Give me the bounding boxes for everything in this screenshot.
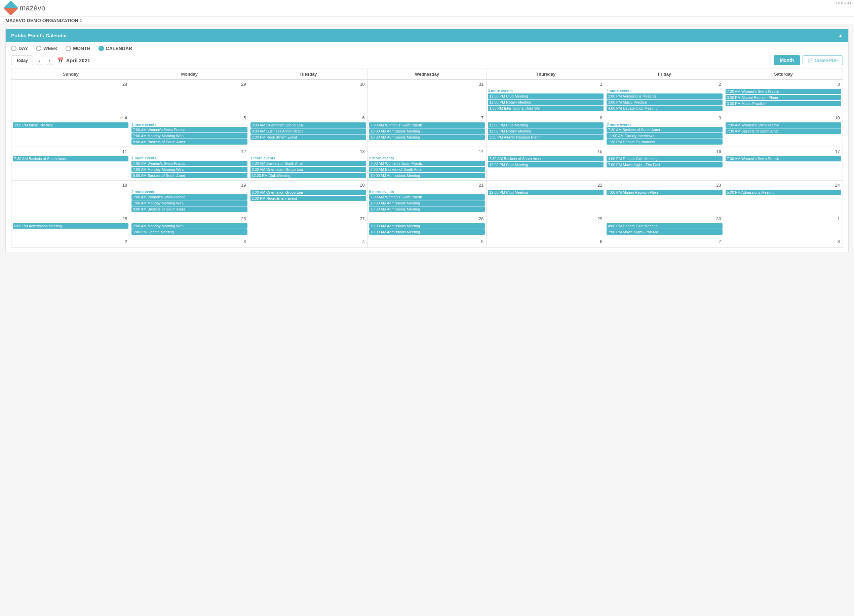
panel-header[interactable]: Public Events Calendar ▲ bbox=[6, 29, 848, 42]
event-item[interactable]: 8:00 AM Baskets of South Amer bbox=[131, 173, 247, 178]
more-events-link[interactable]: 3 more events bbox=[488, 89, 604, 93]
next-button[interactable]: › bbox=[46, 56, 53, 65]
event-item[interactable]: 10:00 AM Admissions Meeting bbox=[369, 128, 485, 134]
radio-calendar[interactable] bbox=[99, 46, 104, 51]
view-option-month[interactable]: MONTH bbox=[66, 46, 90, 51]
event-item[interactable]: 7:00 AM Women's Swim Practic bbox=[131, 194, 247, 200]
event-item[interactable]: 7:00 AM Monday Morning Wea bbox=[131, 167, 247, 172]
event-item[interactable]: 8:00 AM Baskets of South Amer bbox=[131, 206, 247, 212]
event-item[interactable]: 10:00 AM Admissions Meeting bbox=[369, 173, 485, 178]
event-item[interactable]: 7:30 AM Baskets of South Amer bbox=[488, 156, 604, 162]
day-number: 29 bbox=[488, 215, 604, 222]
prev-button[interactable]: ‹ bbox=[36, 56, 43, 65]
event-item[interactable]: 5:00 PM Admissions Meeting bbox=[726, 190, 841, 195]
event-item[interactable]: 6:00 PM Admissions Meeting bbox=[13, 223, 128, 229]
event-item[interactable]: 4:00 PM Debate Club Meeting bbox=[607, 223, 722, 229]
calendar-cell: 131 more events7:30 AM Baskets of South … bbox=[249, 147, 368, 181]
event-item[interactable]: 3:00 PM Music Practice bbox=[607, 99, 722, 105]
calendar-cell: 77:00 AM Women's Swim Practic10:00 AM Ad… bbox=[368, 113, 486, 147]
more-events-link[interactable]: 1 more events bbox=[250, 156, 366, 160]
event-item[interactable]: 12:00 PM Club Meeting bbox=[488, 190, 604, 195]
radio-week[interactable] bbox=[36, 46, 41, 51]
event-item[interactable]: 12:00 PM Club Meeting bbox=[488, 122, 604, 128]
event-item[interactable]: 3:00 PM Alumni Reunion Plann bbox=[488, 134, 604, 140]
event-item[interactable]: 7:00 PM Movie Night - The Fast bbox=[607, 162, 722, 168]
event-item[interactable]: 7:30 AM Baskets of South Amer bbox=[13, 156, 128, 162]
event-item[interactable]: 4:00 PM Debate Club Meeting bbox=[607, 156, 722, 162]
panel-content: DAY WEEK MONTH CALENDAR Today ‹ › bbox=[6, 42, 848, 252]
calendar-cell: 4 bbox=[249, 237, 368, 248]
view-option-week[interactable]: WEEK bbox=[36, 46, 58, 51]
event-item[interactable]: 3:00 PM Music Practice bbox=[726, 101, 841, 106]
event-item[interactable]: 7:30 AM Baskets of South Amer bbox=[607, 127, 722, 133]
event-item[interactable]: 7:00 AM Monday Morning Wea bbox=[131, 133, 247, 139]
event-item[interactable]: 3:00 PM Music Practice bbox=[13, 122, 128, 128]
event-item[interactable]: 7:00 AM Women's Swim Practic bbox=[369, 161, 485, 166]
event-item[interactable]: 2:00 PM Recruitment Event bbox=[250, 196, 366, 201]
event-item[interactable]: 7:00 AM Women's Swim Practic bbox=[369, 122, 485, 128]
view-option-calendar[interactable]: CALENDAR bbox=[99, 46, 133, 51]
event-item[interactable]: 7:00 AM Women's Swim Practic bbox=[726, 156, 841, 162]
day-number: 27 bbox=[250, 215, 366, 222]
event-item[interactable]: 12:00 PM Club Meeting bbox=[488, 162, 604, 168]
more-events-link[interactable]: 2 more events bbox=[131, 190, 247, 194]
event-item[interactable]: 12:00 PM Club Meeting bbox=[250, 173, 366, 178]
event-item[interactable]: 7:00 PM Movie Night - Iron Ma bbox=[607, 229, 722, 235]
event-item[interactable]: 3:00 PM Alumni Reunion Plann bbox=[726, 95, 841, 100]
event-item[interactable]: 12:00 PM Club Meeting bbox=[488, 93, 604, 99]
event-item[interactable]: 10:00 AM Admissions Meeting bbox=[369, 200, 485, 206]
event-item[interactable]: 12:00 PM Rotary Meeting bbox=[488, 128, 604, 134]
event-item[interactable]: 4:00 PM Debate Club Meeting bbox=[607, 105, 722, 111]
event-item[interactable]: 7:00 AM Monday Morning Wea bbox=[131, 223, 247, 229]
event-item[interactable]: 8:00 AM Orientation Group Lea bbox=[250, 122, 366, 128]
event-item[interactable]: 1:30 PM Debate Tournament bbox=[607, 139, 722, 145]
calendar-cell: 2 bbox=[11, 237, 130, 248]
event-item[interactable]: 7:30 AM Baskets of South Amer bbox=[726, 128, 841, 134]
more-events-link[interactable]: 6 more events bbox=[369, 190, 485, 194]
calendar-cell: 812:00 PM Club Meeting12:00 PM Rotary Me… bbox=[486, 113, 605, 147]
event-item[interactable]: 7:00 AM Women's Swim Practic bbox=[726, 122, 841, 128]
event-item[interactable]: 10:00 AM Admissions Meeting bbox=[369, 206, 485, 212]
more-events-link[interactable]: 3 more events bbox=[607, 122, 722, 127]
more-events-link[interactable]: 2 more events bbox=[369, 156, 485, 160]
event-item[interactable]: 2:00 PM Admissions Meeting bbox=[607, 93, 722, 99]
month-button[interactable]: Month bbox=[774, 55, 800, 65]
day-number: 2 bbox=[13, 238, 128, 245]
event-item[interactable]: 1:30 PM International Data We bbox=[488, 105, 604, 111]
event-item[interactable]: 10:00 AM Admissions Meeting bbox=[369, 134, 485, 140]
event-item[interactable]: 7:00 AM Women's Swim Practic bbox=[131, 127, 247, 133]
day-number: 30 bbox=[250, 81, 366, 87]
event-item[interactable]: 7:30 AM Baskets of South Amer bbox=[250, 161, 366, 166]
panel-collapse-icon: ▲ bbox=[838, 33, 843, 38]
event-item[interactable]: 10:00 AM Admissions Meeting bbox=[369, 223, 485, 229]
event-item[interactable]: 7:00 PM Alumni Reunion Plann bbox=[607, 190, 722, 195]
calendar-cell: 117:30 AM Baskets of South Amer bbox=[11, 147, 130, 181]
day-number: 6 bbox=[488, 238, 604, 245]
day-number: 15 bbox=[488, 148, 604, 155]
event-item[interactable]: 2:00 PM Recruitment Event bbox=[250, 134, 366, 140]
view-option-day[interactable]: DAY bbox=[11, 46, 28, 51]
event-item[interactable]: 9:00 AM Business Administratio bbox=[250, 128, 366, 134]
event-item[interactable]: 7:30 AM Baskets of South Amer bbox=[369, 167, 485, 172]
more-events-link[interactable]: 2 more events bbox=[131, 122, 247, 127]
view-label-week: WEEK bbox=[43, 46, 58, 51]
radio-day[interactable] bbox=[11, 46, 17, 51]
more-events-link[interactable]: 1 more events bbox=[131, 156, 247, 160]
event-item[interactable]: 8:00 AM Orientation Group Lea bbox=[250, 190, 366, 195]
pdf-button[interactable]: 📄 Create PDF bbox=[802, 55, 843, 65]
today-button[interactable]: Today bbox=[11, 55, 33, 65]
event-item[interactable]: 7:00 AM Women's Swim Practic bbox=[369, 194, 485, 200]
radio-month[interactable] bbox=[66, 46, 71, 51]
event-item[interactable]: 7:00 AM Women's Swim Practic bbox=[726, 89, 841, 94]
event-item[interactable]: 7:00 AM Monday Morning Wea bbox=[131, 200, 247, 206]
more-events-link[interactable]: 1 more events bbox=[607, 89, 722, 93]
event-item[interactable]: 8:00 AM Baskets of South Amer bbox=[131, 139, 247, 145]
calendar-cell: 13 more events12:00 PM Club Meeting12:00… bbox=[486, 80, 605, 113]
event-item[interactable]: 12:00 PM Rotary Meeting bbox=[488, 99, 604, 105]
event-item[interactable]: 8:00 AM Orientation Group Lea bbox=[250, 167, 366, 172]
calendar-cell: 2212:00 PM Club Meeting bbox=[486, 181, 605, 214]
event-item[interactable]: 7:00 AM Women's Swim Practic bbox=[131, 161, 247, 166]
event-item[interactable]: 10:00 AM Admissions Meeting bbox=[369, 229, 485, 235]
event-item[interactable]: 5:00 PM Debate Meeting bbox=[131, 229, 247, 235]
event-item[interactable]: 11:00 AM Faculty Interviews bbox=[607, 133, 722, 139]
